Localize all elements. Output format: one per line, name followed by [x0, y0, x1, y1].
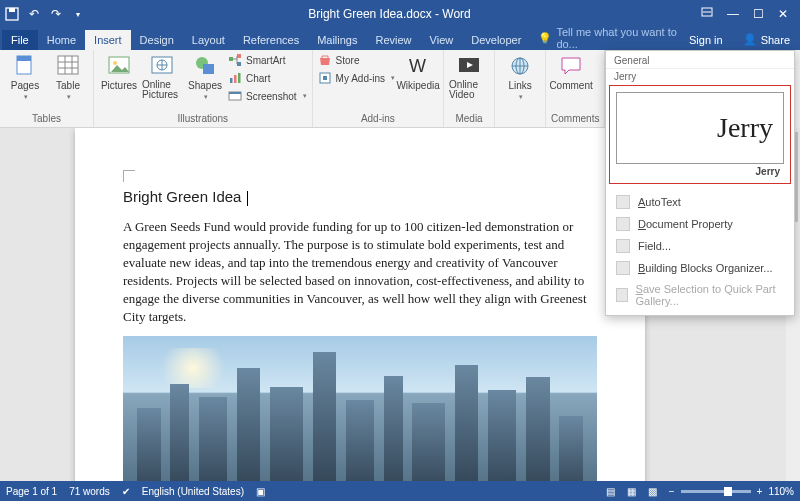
group-label-addins: Add-ins [318, 111, 438, 127]
tab-home[interactable]: Home [38, 30, 85, 50]
store-icon [318, 53, 332, 67]
popup-gallery-highlight[interactable]: Jerry Jerry [609, 85, 791, 184]
save-icon[interactable] [4, 6, 20, 22]
svg-point-7 [113, 61, 117, 65]
quick-parts-popup: General Jerry Jerry Jerry AutoText Docum… [605, 50, 795, 316]
comment-button[interactable]: Comment [551, 52, 591, 91]
screenshot-button[interactable]: Screenshot [228, 88, 307, 104]
quick-access-toolbar: ↶ ↷ ▾ [4, 6, 86, 22]
savegal-icon [616, 288, 628, 302]
view-read-mode-icon[interactable]: ▤ [606, 486, 615, 497]
bborg-icon [616, 261, 630, 275]
title-bar: ↶ ↷ ▾ Bright Green Idea.docx - Word — ☐ … [0, 0, 800, 28]
smartart-button[interactable]: SmartArt [228, 52, 307, 68]
tab-references[interactable]: References [234, 30, 308, 50]
pictures-button[interactable]: Pictures [99, 52, 139, 91]
close-icon[interactable]: ✕ [778, 7, 788, 21]
menu-bb-organizer[interactable]: Building Blocks Organizer... [606, 257, 794, 279]
wikipedia-button[interactable]: W Wikipedia [398, 52, 438, 91]
online-pictures-button[interactable]: Online Pictures [142, 52, 182, 100]
signature-preview-box: Jerry [616, 92, 784, 164]
svg-rect-12 [229, 57, 233, 61]
maximize-icon[interactable]: ☐ [753, 7, 764, 21]
view-web-layout-icon[interactable]: ▩ [648, 486, 657, 497]
zoom-slider-thumb[interactable] [724, 487, 732, 496]
status-proofing-icon[interactable]: ✔︎ [122, 486, 130, 497]
myaddins-button[interactable]: My Add-ins [318, 70, 395, 86]
status-page[interactable]: Page 1 of 1 [6, 486, 57, 497]
tab-file[interactable]: File [2, 30, 38, 50]
document-title[interactable]: Bright Green Idea [123, 188, 597, 206]
group-links: Links [495, 50, 546, 127]
tab-developer[interactable]: Developer [462, 30, 530, 50]
margin-indicator [123, 170, 135, 182]
menu-save-gallery: Save Selection to Quick Part Gallery... [606, 279, 794, 311]
group-label-illustrations: Illustrations [99, 111, 307, 127]
share-button[interactable]: 👤 Share [733, 29, 800, 50]
signature-caption: Jerry [616, 164, 784, 177]
svg-rect-21 [323, 76, 327, 80]
group-label-media: Media [449, 111, 489, 127]
text-caret [247, 191, 248, 206]
chart-button[interactable]: Chart [228, 70, 307, 86]
view-print-layout-icon[interactable]: ▦ [627, 486, 636, 497]
status-macro-icon[interactable]: ▣ [256, 486, 265, 497]
chart-icon [228, 71, 242, 85]
window-controls: — ☐ ✕ [693, 7, 796, 21]
group-label-comments: Comments [551, 111, 599, 127]
tab-mailings[interactable]: Mailings [308, 30, 366, 50]
status-language[interactable]: English (United States) [142, 486, 244, 497]
tab-layout[interactable]: Layout [183, 30, 234, 50]
ribbon-options-icon[interactable] [701, 7, 713, 21]
table-button[interactable]: Table [48, 52, 88, 101]
share-icon: 👤 [743, 33, 757, 46]
redo-icon[interactable]: ↷ [48, 6, 64, 22]
document-page[interactable]: Bright Green Idea A Green Seeds Fund wou… [75, 128, 645, 481]
tab-design[interactable]: Design [131, 30, 183, 50]
status-bar: Page 1 of 1 71 words ✔︎ English (United … [0, 481, 800, 501]
group-media: Online Video Media [444, 50, 495, 127]
zoom-controls: − + 110% [669, 486, 794, 497]
autotext-icon [616, 195, 630, 209]
menu-doc-property[interactable]: Document Property [606, 213, 794, 235]
menu-autotext[interactable]: AutoText [606, 191, 794, 213]
minimize-icon[interactable]: — [727, 7, 739, 21]
online-video-button[interactable]: Online Video [449, 52, 489, 100]
tab-review[interactable]: Review [367, 30, 421, 50]
menu-tabs: File Home Insert Design Layout Reference… [0, 28, 800, 50]
status-words[interactable]: 71 words [69, 486, 110, 497]
group-comments: Comment Comments [546, 50, 605, 127]
links-button[interactable]: Links [500, 52, 540, 101]
undo-icon[interactable]: ↶ [26, 6, 42, 22]
smartart-icon [228, 53, 242, 67]
svg-rect-11 [203, 64, 214, 74]
tab-insert[interactable]: Insert [85, 30, 131, 50]
field-icon [616, 239, 630, 253]
window-title: Bright Green Idea.docx - Word [86, 7, 693, 21]
shapes-button[interactable]: Shapes [185, 52, 225, 101]
sign-in-link[interactable]: Sign in [679, 30, 733, 50]
group-addins: Store My Add-ins W Wikipedia Add-ins [313, 50, 444, 127]
zoom-slider[interactable] [681, 490, 751, 493]
document-body[interactable]: A Green Seeds Fund would provide funding… [123, 218, 597, 326]
tell-me-search[interactable]: 💡 Tell me what you want to do... [530, 26, 679, 50]
signature-handwriting: Jerry [717, 112, 773, 144]
store-button[interactable]: Store [318, 52, 395, 68]
tab-view[interactable]: View [421, 30, 463, 50]
zoom-level[interactable]: 110% [768, 486, 794, 497]
svg-rect-16 [234, 75, 237, 83]
menu-field[interactable]: Field... [606, 235, 794, 257]
svg-rect-1 [9, 8, 15, 12]
group-pages-tables: Pages Table Tables [0, 50, 94, 127]
qat-more-icon[interactable]: ▾ [70, 6, 86, 22]
zoom-out-button[interactable]: − [669, 486, 675, 497]
pages-button[interactable]: Pages [5, 52, 45, 101]
svg-text:W: W [409, 56, 426, 76]
zoom-in-button[interactable]: + [757, 486, 763, 497]
screenshot-icon [228, 89, 242, 103]
lightbulb-icon: 💡 [538, 32, 552, 45]
inserted-image-skyline[interactable] [123, 336, 597, 481]
svg-rect-19 [229, 92, 241, 94]
group-label-tables: Tables [5, 111, 88, 127]
svg-rect-5 [58, 56, 78, 74]
